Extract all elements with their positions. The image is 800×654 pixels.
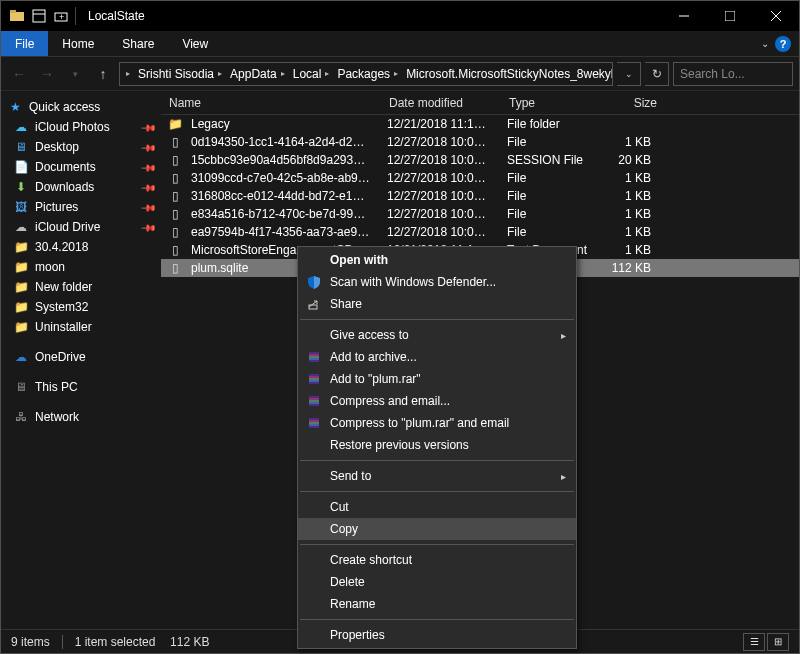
- archive-icon: [306, 371, 322, 387]
- close-button[interactable]: [753, 1, 799, 31]
- ctx-share[interactable]: Share: [298, 293, 576, 315]
- crumb[interactable]: Local▸: [289, 63, 334, 85]
- crumb[interactable]: AppData▸: [226, 63, 289, 85]
- view-switcher: ☰ ⊞: [743, 633, 789, 651]
- file-icon: ▯: [167, 189, 183, 203]
- sidebar-item-label: Documents: [35, 160, 96, 174]
- sidebar-item[interactable]: 📁moon: [1, 257, 161, 277]
- sidebar-item[interactable]: ☁iCloud Drive📌: [1, 217, 161, 237]
- folder-icon: [9, 8, 25, 24]
- maximize-button[interactable]: [707, 1, 753, 31]
- address-bar[interactable]: ▸Srishti Sisodia▸AppData▸Local▸Packages▸…: [119, 62, 613, 86]
- up-button[interactable]: ↑: [91, 62, 115, 86]
- ctx-scan-defender[interactable]: Scan with Windows Defender...: [298, 271, 576, 293]
- new-folder-icon[interactable]: +: [53, 8, 69, 24]
- file-size: 20 KB: [603, 153, 663, 167]
- ctx-give-access[interactable]: Give access to ▸: [298, 324, 576, 346]
- file-type: File folder: [499, 117, 603, 131]
- ribbon-tabs: File Home Share View ⌄ ?: [1, 31, 799, 57]
- address-dropdown-button[interactable]: ⌄: [617, 62, 641, 86]
- properties-icon[interactable]: [31, 8, 47, 24]
- status-selection: 1 item selected: [75, 635, 156, 649]
- file-row[interactable]: ▯15cbbc93e90a4d56bf8d9a29305b8981.sto...…: [161, 151, 799, 169]
- file-icon: ▯: [167, 207, 183, 221]
- sidebar-item[interactable]: ☁iCloud Photos📌: [1, 117, 161, 137]
- file-icon: ▯: [167, 135, 183, 149]
- pin-icon: 📌: [141, 139, 157, 155]
- col-date[interactable]: Date modified: [381, 96, 501, 110]
- back-button[interactable]: ←: [7, 62, 31, 86]
- separator: [62, 635, 63, 649]
- file-row[interactable]: 📁Legacy12/21/2018 11:12 ...File folder: [161, 115, 799, 133]
- location-icon: 🖥: [13, 139, 29, 155]
- recent-locations-button[interactable]: ▾: [63, 62, 87, 86]
- crumb[interactable]: Packages▸: [333, 63, 402, 85]
- ctx-properties[interactable]: Properties: [298, 624, 576, 646]
- icons-view-button[interactable]: ⊞: [767, 633, 789, 651]
- sidebar-item[interactable]: 🖥Desktop📌: [1, 137, 161, 157]
- location-icon: 📄: [13, 159, 29, 175]
- file-date: 12/27/2018 10:05 ...: [379, 189, 499, 203]
- location-icon: ☁: [13, 219, 29, 235]
- share-tab[interactable]: Share: [108, 31, 168, 56]
- separator: [75, 7, 76, 25]
- separator: [300, 319, 574, 320]
- sidebar-item[interactable]: 📁Uninstaller: [1, 317, 161, 337]
- ctx-send-to[interactable]: Send to ▸: [298, 465, 576, 487]
- sidebar-item[interactable]: ⬇Downloads📌: [1, 177, 161, 197]
- crumb[interactable]: Microsoft.MicrosoftStickyNotes_8wekyb3d8…: [402, 63, 613, 85]
- expand-ribbon-icon[interactable]: ⌄: [761, 38, 769, 49]
- file-row[interactable]: ▯ea97594b-4f17-4356-aa73-ae93139cb43d12/…: [161, 223, 799, 241]
- file-row[interactable]: ▯316808cc-e012-44dd-bd72-e1ad421fb82712/…: [161, 187, 799, 205]
- separator: [300, 460, 574, 461]
- sidebar-item[interactable]: 📄Documents📌: [1, 157, 161, 177]
- sidebar-item[interactable]: 📁30.4.2018: [1, 237, 161, 257]
- ctx-add-plum-rar[interactable]: Add to "plum.rar": [298, 368, 576, 390]
- file-row[interactable]: ▯e834a516-b712-470c-be7d-99d5fc4e7c1612/…: [161, 205, 799, 223]
- forward-button[interactable]: →: [35, 62, 59, 86]
- file-icon: ▯: [167, 171, 183, 185]
- file-name: 0d194350-1cc1-4164-a2d4-d2e137a0a39f: [183, 135, 379, 149]
- file-row[interactable]: ▯31099ccd-c7e0-42c5-ab8e-ab93cc96752712/…: [161, 169, 799, 187]
- file-tab[interactable]: File: [1, 31, 48, 56]
- minimize-button[interactable]: [661, 1, 707, 31]
- ctx-compress-plum-email[interactable]: Compress to "plum.rar" and email: [298, 412, 576, 434]
- file-name: 31099ccd-c7e0-42c5-ab8e-ab93cc967527: [183, 171, 379, 185]
- shield-icon: [306, 274, 322, 290]
- sidebar-item-label: Downloads: [35, 180, 94, 194]
- file-row[interactable]: ▯0d194350-1cc1-4164-a2d4-d2e137a0a39f12/…: [161, 133, 799, 151]
- sidebar-item[interactable]: 📁New folder: [1, 277, 161, 297]
- view-tab[interactable]: View: [168, 31, 222, 56]
- file-type: File: [499, 189, 603, 203]
- network-item[interactable]: 🖧 Network: [1, 407, 161, 427]
- search-input[interactable]: Search Lo...: [673, 62, 793, 86]
- crumb-root[interactable]: ▸: [122, 63, 134, 85]
- sidebar-item[interactable]: 🖼Pictures📌: [1, 197, 161, 217]
- file-date: 12/27/2018 10:05 ...: [379, 135, 499, 149]
- ctx-compress-email[interactable]: Compress and email...: [298, 390, 576, 412]
- onedrive-item[interactable]: ☁ OneDrive: [1, 347, 161, 367]
- refresh-button[interactable]: ↻: [645, 62, 669, 86]
- ctx-create-shortcut[interactable]: Create shortcut: [298, 549, 576, 571]
- col-type[interactable]: Type: [501, 96, 605, 110]
- ctx-cut[interactable]: Cut: [298, 496, 576, 518]
- sidebar-item[interactable]: 📁System32: [1, 297, 161, 317]
- ctx-open-with[interactable]: Open with: [298, 249, 576, 271]
- file-date: 12/27/2018 10:04 ...: [379, 153, 499, 167]
- sidebar-item-label: Pictures: [35, 200, 78, 214]
- ctx-add-archive[interactable]: Add to archive...: [298, 346, 576, 368]
- help-icon[interactable]: ?: [775, 36, 791, 52]
- col-name[interactable]: Name: [161, 96, 381, 110]
- details-view-button[interactable]: ☰: [743, 633, 765, 651]
- crumb[interactable]: Srishti Sisodia▸: [134, 63, 226, 85]
- ctx-rename[interactable]: Rename: [298, 593, 576, 615]
- sidebar-item-label: Desktop: [35, 140, 79, 154]
- col-size[interactable]: Size: [605, 96, 665, 110]
- ctx-restore-versions[interactable]: Restore previous versions: [298, 434, 576, 456]
- this-pc-item[interactable]: 🖥 This PC: [1, 377, 161, 397]
- ctx-copy[interactable]: Copy: [298, 518, 576, 540]
- file-date: 12/21/2018 11:12 ...: [379, 117, 499, 131]
- home-tab[interactable]: Home: [48, 31, 108, 56]
- quick-access-header[interactable]: ★ Quick access: [1, 97, 161, 117]
- ctx-delete[interactable]: Delete: [298, 571, 576, 593]
